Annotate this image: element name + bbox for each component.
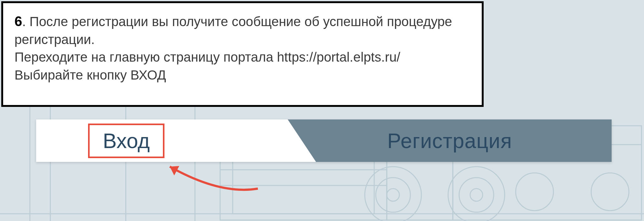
callout-arrow-icon xyxy=(157,160,264,198)
svg-point-17 xyxy=(591,173,629,211)
instruction-text: 6. После регистрации вы получите сообщен… xyxy=(14,12,470,84)
instruction-callout-box: 6. После регистрации вы получите сообщен… xyxy=(1,1,484,107)
instruction-line3: Переходите на главную страницу портала xyxy=(14,50,277,64)
instruction-line2: регистрации. xyxy=(14,32,95,47)
svg-point-16 xyxy=(516,173,553,211)
svg-point-9 xyxy=(376,178,410,212)
portal-url-text: https://portal.elpts.ru/ xyxy=(277,50,400,64)
instruction-line1: . После регистрации вы получите сообщени… xyxy=(22,14,452,29)
svg-point-10 xyxy=(387,189,399,201)
svg-point-11 xyxy=(448,167,505,221)
instruction-line4: Выбирайте кнопку ВХОД xyxy=(14,68,166,82)
svg-point-8 xyxy=(365,167,421,221)
tab-login[interactable]: Вход xyxy=(36,119,288,162)
svg-point-12 xyxy=(459,178,494,212)
tab-register[interactable]: Регистрация xyxy=(288,119,612,162)
auth-tabs-container: Вход Регистрация xyxy=(36,119,612,162)
svg-point-13 xyxy=(470,189,483,201)
register-label: Регистрация xyxy=(387,129,512,153)
step-number: 6 xyxy=(14,14,22,29)
login-label: Вход xyxy=(103,129,150,152)
login-highlight-box: Вход xyxy=(88,124,164,158)
